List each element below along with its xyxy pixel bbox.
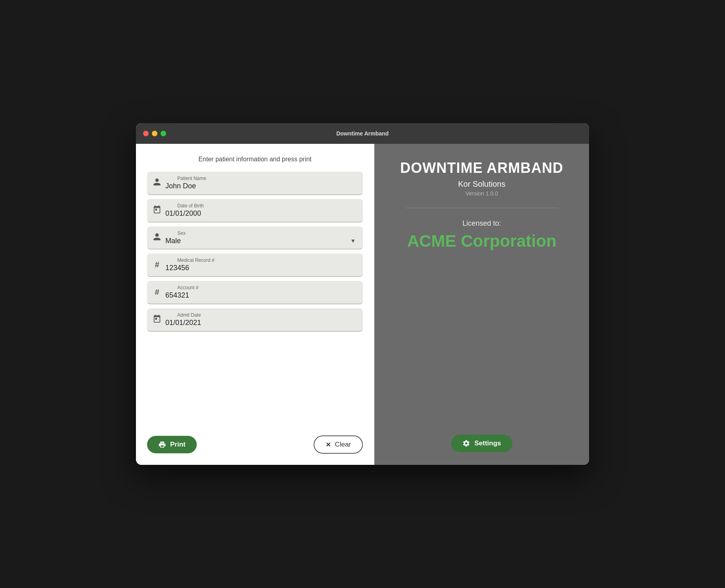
patient-name-label: Patient Name xyxy=(165,176,357,181)
admit-date-label: Admit Date xyxy=(165,312,357,318)
calendar-icon-admit xyxy=(153,314,161,325)
main-content: Enter patient information and press prin… xyxy=(136,144,589,465)
account-field-group: # Account # xyxy=(147,281,363,304)
app-title: DOWNTIME ARMBAND xyxy=(400,160,564,176)
instruction-text: Enter patient information and press prin… xyxy=(147,156,363,163)
license-org: ACME Corporation xyxy=(407,232,556,251)
print-label: Print xyxy=(170,441,186,449)
dob-input[interactable] xyxy=(165,209,357,218)
calendar-icon-dob xyxy=(153,205,161,216)
patient-name-input[interactable] xyxy=(165,182,357,190)
admit-date-input[interactable] xyxy=(165,319,357,327)
medical-record-field-group: # Medical Record # xyxy=(147,253,363,277)
admit-date-field-group: Admit Date xyxy=(147,308,363,332)
window-controls xyxy=(143,131,166,136)
hash-icon-account: # xyxy=(153,288,161,297)
medical-record-label: Medical Record # xyxy=(165,257,357,263)
left-panel: Enter patient information and press prin… xyxy=(136,144,374,465)
company-name: Kor Solutions xyxy=(458,180,506,189)
right-panel: DOWNTIME ARMBAND Kor Solutions Version 1… xyxy=(374,144,589,465)
settings-label: Settings xyxy=(474,439,501,447)
dob-label: Date of Birth xyxy=(165,203,357,209)
person-icon xyxy=(153,178,161,188)
print-button[interactable]: Print xyxy=(147,436,197,453)
licensed-to-label: Licensed to: xyxy=(462,219,501,228)
account-label: Account # xyxy=(165,285,357,290)
window-title: Downtime Armband xyxy=(336,130,389,137)
medical-record-input[interactable] xyxy=(165,264,357,272)
dob-field-group: Date of Birth xyxy=(147,199,363,222)
account-input[interactable] xyxy=(165,291,357,300)
clear-label: Clear xyxy=(335,441,351,449)
minimize-button[interactable] xyxy=(152,131,157,136)
form-fields: Patient Name Date of B xyxy=(147,172,363,428)
button-row: Print ✕ Clear xyxy=(147,435,363,454)
titlebar: Downtime Armband xyxy=(136,123,589,144)
version-text: Version 1.0.0 xyxy=(465,190,498,197)
sex-select[interactable]: Male Female Other xyxy=(165,237,357,245)
sex-label: Sex xyxy=(165,230,357,236)
maximize-button[interactable] xyxy=(161,131,166,136)
patient-name-field-group: Patient Name xyxy=(147,172,363,195)
settings-button[interactable]: Settings xyxy=(451,435,512,452)
close-button[interactable] xyxy=(143,131,149,136)
printer-icon xyxy=(158,441,166,449)
gear-icon xyxy=(462,439,470,447)
x-icon: ✕ xyxy=(326,441,331,449)
clear-button[interactable]: ✕ Clear xyxy=(314,435,363,454)
hash-icon-medical: # xyxy=(153,260,161,269)
divider xyxy=(405,208,558,208)
app-window: Downtime Armband Enter patient informati… xyxy=(136,123,589,465)
sex-person-icon xyxy=(153,232,161,243)
sex-field-group: Sex Male Female Other ▼ xyxy=(147,226,363,250)
